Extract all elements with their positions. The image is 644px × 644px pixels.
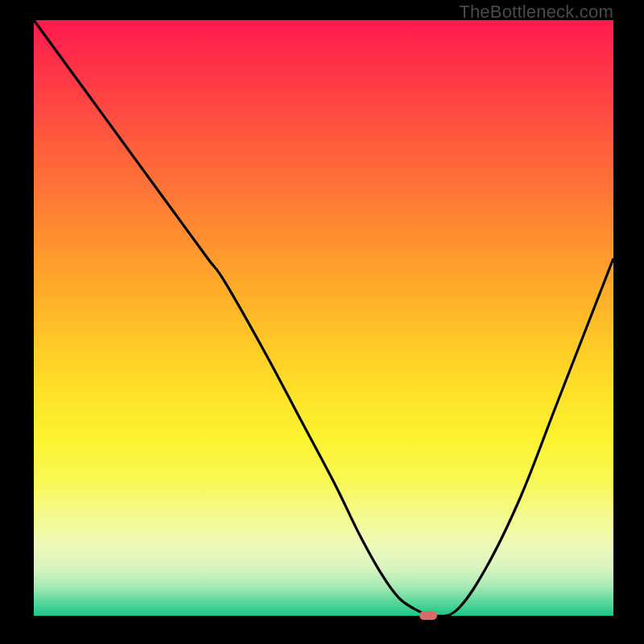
watermark-text: TheBottleneck.com — [459, 2, 613, 23]
curve-path — [34, 20, 613, 616]
optimal-marker — [419, 611, 437, 620]
bottleneck-curve — [34, 20, 613, 616]
plot-area — [34, 20, 613, 616]
chart-frame: TheBottleneck.com — [0, 0, 644, 644]
